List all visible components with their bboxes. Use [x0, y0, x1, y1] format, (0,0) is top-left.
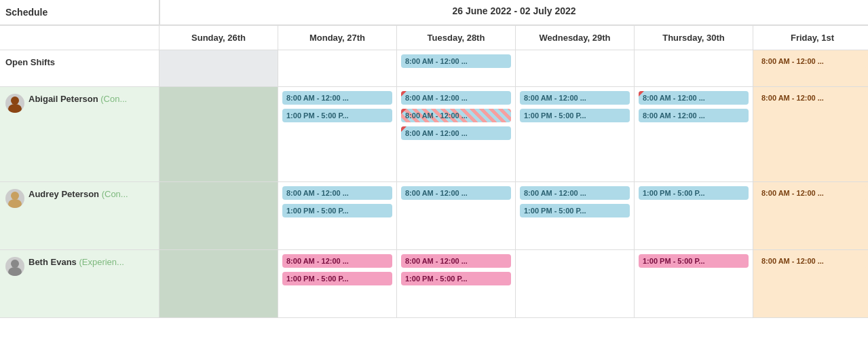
employee-row-label-audrey: Audrey Peterson (Con... — [0, 182, 159, 250]
employee-role-abigail: (Con... — [100, 94, 127, 104]
avatar-abigail — [5, 94, 24, 113]
audrey-tue: 8:00 AM - 12:00 ... — [397, 182, 516, 250]
beth-tue: 8:00 AM - 12:00 ... 1:00 PM - 5:00 P... — [397, 250, 516, 318]
svg-point-1 — [8, 104, 22, 113]
svg-point-4 — [11, 260, 19, 268]
shift-block[interactable]: 8:00 AM - 12:00 ... — [639, 109, 749, 122]
shift-block[interactable]: 8:00 AM - 12:00 ... — [401, 109, 511, 122]
date-range: 26 June 2022 - 02 July 2022 — [159, 0, 868, 25]
abigail-wed: 8:00 AM - 12:00 ... 1:00 PM - 5:00 P... — [516, 87, 635, 182]
shift-block[interactable]: 1:00 PM - 5:00 P... — [520, 109, 630, 122]
beth-mon: 8:00 AM - 12:00 ... 1:00 PM - 5:00 P... — [278, 250, 397, 318]
shift-block[interactable]: 8:00 AM - 12:00 ... — [639, 91, 749, 105]
open-shifts-fri: 8:00 AM - 12:00 ... — [753, 50, 868, 87]
shift-block[interactable]: 8:00 AM - 12:00 ... — [520, 186, 630, 200]
open-shifts-mon — [278, 50, 397, 87]
svg-point-5 — [8, 267, 22, 276]
shift-block[interactable]: 8:00 AM - 12:00 ... — [757, 254, 867, 268]
shift-block[interactable]: 1:00 PM - 5:00 P... — [639, 254, 749, 268]
open-shifts-label: Open Shifts — [0, 50, 159, 87]
open-shifts-sun — [159, 50, 278, 87]
audrey-fri: 8:00 AM - 12:00 ... — [753, 182, 868, 250]
shift-block[interactable]: 8:00 AM - 12:00 ... — [282, 91, 392, 105]
beth-thu: 1:00 PM - 5:00 P... — [635, 250, 753, 318]
col-header-wed: Wednesday, 29th — [516, 26, 635, 50]
col-header-mon: Monday, 27th — [278, 26, 397, 50]
shift-block[interactable]: 8:00 AM - 12:00 ... — [401, 126, 511, 140]
shift-block[interactable]: 8:00 AM - 12:00 ... — [282, 254, 392, 268]
col-header-thu: Thursday, 30th — [635, 26, 753, 50]
col-header-fri: Friday, 1st — [753, 26, 868, 50]
open-shifts-wed — [516, 50, 635, 87]
abigail-fri: 8:00 AM - 12:00 ... — [753, 87, 868, 182]
shift-block[interactable]: 8:00 AM - 12:00 ... — [401, 91, 511, 105]
audrey-wed: 8:00 AM - 12:00 ... 1:00 PM - 5:00 P... — [516, 182, 635, 250]
abigail-thu: 8:00 AM - 12:00 ... 8:00 AM - 12:00 ... — [635, 87, 753, 182]
svg-point-2 — [11, 192, 19, 200]
shift-block[interactable]: 1:00 PM - 5:00 P... — [282, 204, 392, 217]
employee-row-label-abigail: Abigail Peterson (Con... — [0, 87, 159, 182]
shift-block[interactable]: 1:00 PM - 5:00 P... — [282, 109, 392, 122]
shift-block[interactable]: 1:00 PM - 5:00 P... — [520, 204, 630, 217]
shift-block[interactable]: 8:00 AM - 12:00 ... — [520, 91, 630, 105]
beth-sun — [159, 250, 278, 318]
employee-row-label-beth: Beth Evans (Experien... — [0, 250, 159, 318]
audrey-sun — [159, 182, 278, 250]
beth-fri: 8:00 AM - 12:00 ... — [753, 250, 868, 318]
svg-point-0 — [11, 97, 19, 105]
employee-name-audrey: Audrey Peterson — [29, 189, 99, 199]
schedule-container: Schedule 26 June 2022 - 02 July 2022 Sun… — [0, 0, 868, 318]
shift-block[interactable]: 1:00 PM - 5:00 P... — [282, 272, 392, 285]
shift-block[interactable]: 8:00 AM - 12:00 ... — [401, 186, 511, 200]
employee-role-audrey: (Con... — [102, 189, 128, 199]
schedule-title: Schedule — [0, 0, 159, 25]
avatar-beth — [5, 257, 24, 276]
employee-name-beth: Beth Evans — [29, 257, 77, 267]
shift-block[interactable]: 8:00 AM - 12:00 ... — [282, 186, 392, 200]
shift-block[interactable]: 1:00 PM - 5:00 P... — [401, 272, 511, 285]
open-shifts-tue: 8:00 AM - 12:00 ... — [397, 50, 516, 87]
beth-wed — [516, 250, 635, 318]
avatar-audrey — [5, 189, 24, 208]
empty-header-cell — [0, 26, 159, 50]
shift-block[interactable]: 1:00 PM - 5:00 P... — [639, 186, 749, 200]
shift-block[interactable]: 8:00 AM - 12:00 ... — [401, 254, 511, 268]
shift-block[interactable]: 8:00 AM - 12:00 ... — [757, 91, 867, 105]
svg-point-3 — [8, 199, 22, 208]
col-header-tue: Tuesday, 28th — [397, 26, 516, 50]
employee-role-beth: (Experien... — [79, 257, 124, 267]
audrey-thu: 1:00 PM - 5:00 P... — [635, 182, 753, 250]
shift-block[interactable]: 8:00 AM - 12:00 ... — [757, 54, 867, 68]
audrey-mon: 8:00 AM - 12:00 ... 1:00 PM - 5:00 P... — [278, 182, 397, 250]
open-shifts-thu — [635, 50, 753, 87]
abigail-sun — [159, 87, 278, 182]
abigail-tue: 8:00 AM - 12:00 ... 8:00 AM - 12:00 ... … — [397, 87, 516, 182]
employee-name-abigail: Abigail Peterson — [29, 94, 98, 104]
abigail-mon: 8:00 AM - 12:00 ... 1:00 PM - 5:00 P... — [278, 87, 397, 182]
col-header-sun: Sunday, 26th — [159, 26, 278, 50]
shift-block[interactable]: 8:00 AM - 12:00 ... — [401, 54, 511, 68]
shift-block[interactable]: 8:00 AM - 12:00 ... — [757, 186, 867, 200]
